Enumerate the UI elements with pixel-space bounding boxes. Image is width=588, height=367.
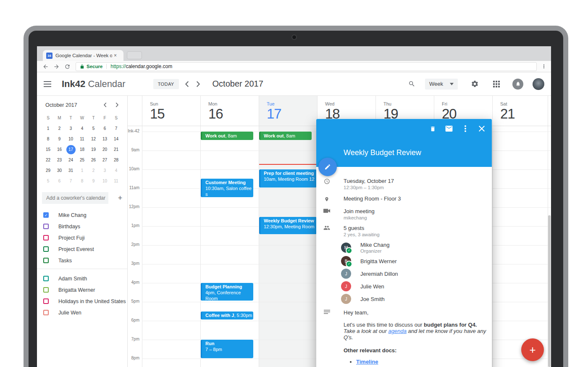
- calendar-event[interactable]: Customer Meeting10:30am, Salon coffee s: [201, 179, 253, 197]
- mini-cal-day[interactable]: 13: [99, 134, 110, 144]
- doc-link[interactable]: Timeline: [356, 359, 378, 365]
- mini-cal-day[interactable]: 31: [65, 165, 76, 176]
- mini-cal-day[interactable]: 1: [76, 165, 88, 176]
- more-options-kebab-icon[interactable]: [461, 124, 470, 133]
- calendar-checkbox[interactable]: [43, 224, 49, 229]
- edit-pencil-button[interactable]: [318, 158, 337, 176]
- calendar-checkbox[interactable]: [43, 298, 49, 304]
- calendar-list-item[interactable]: Birthdays: [37, 221, 127, 232]
- calendar-list-item[interactable]: Holidays in the United States: [37, 296, 127, 307]
- calendar-event[interactable]: Work out, 8am: [201, 132, 253, 140]
- mini-cal-day[interactable]: 22: [42, 155, 54, 165]
- mini-cal-day[interactable]: 4: [76, 123, 88, 134]
- mini-cal-day[interactable]: 3: [99, 165, 110, 176]
- mini-cal-day[interactable]: 5: [88, 123, 99, 134]
- mini-cal-day[interactable]: 11: [76, 134, 88, 144]
- calendar-event[interactable]: Weekly Budget Review12:30pm, Meeting Roo…: [259, 217, 317, 234]
- create-event-fab[interactable]: +: [521, 338, 544, 361]
- browser-tab[interactable]: 16 Google Calendar - Week of Oc ×: [43, 50, 123, 61]
- mini-cal-day[interactable]: 25: [76, 155, 88, 165]
- mini-cal-day[interactable]: 4: [110, 165, 122, 176]
- calendar-event[interactable]: Prep for client meeting10am, Meeting Roo…: [259, 169, 317, 187]
- mini-cal-day[interactable]: 7: [110, 123, 122, 134]
- mini-cal-selected-day[interactable]: 17: [66, 145, 76, 154]
- calendar-list-item[interactable]: Brigatta Werner: [37, 284, 127, 296]
- main-menu-icon[interactable]: [42, 79, 52, 89]
- calendar-list-item[interactable]: Julie Wen: [37, 307, 127, 318]
- mini-cal-day[interactable]: 9: [54, 134, 65, 144]
- mini-cal-day[interactable]: 15: [42, 144, 54, 155]
- reload-icon[interactable]: [63, 62, 71, 71]
- browser-menu-icon[interactable]: [541, 63, 547, 69]
- calendar-checkbox[interactable]: [43, 258, 49, 263]
- calendar-checkbox[interactable]: [43, 235, 49, 240]
- new-tab-button[interactable]: [127, 51, 142, 59]
- mini-cal-day[interactable]: 11: [110, 176, 122, 186]
- calendar-list-item[interactable]: ✓Mike Chang: [37, 209, 127, 221]
- close-icon[interactable]: [478, 124, 486, 133]
- calendar-checkbox[interactable]: [43, 310, 49, 315]
- email-guests-icon[interactable]: [445, 124, 453, 133]
- agenda-link[interactable]: agenda: [388, 328, 406, 334]
- mini-cal-day[interactable]: 19: [88, 144, 99, 155]
- day-header-sat[interactable]: Sat21: [493, 96, 548, 126]
- search-icon[interactable]: [407, 79, 417, 89]
- mini-cal-day[interactable]: 28: [110, 155, 122, 165]
- day-header-mon[interactable]: Mon16: [201, 96, 259, 126]
- calendar-list-item[interactable]: Project Fuji: [37, 232, 127, 243]
- mini-cal-day[interactable]: 21: [110, 144, 122, 155]
- calendar-checkbox[interactable]: [43, 287, 49, 293]
- mini-cal-prev-icon[interactable]: [101, 100, 109, 109]
- mini-cal-day[interactable]: 2: [88, 165, 99, 176]
- mini-cal-day[interactable]: 10: [65, 134, 76, 144]
- mini-cal-day[interactable]: 10: [99, 176, 110, 186]
- calendar-list-item[interactable]: Tasks: [37, 255, 127, 266]
- mini-cal-day[interactable]: 27: [99, 155, 110, 165]
- mini-cal-day[interactable]: 9: [88, 176, 99, 186]
- mini-cal-day[interactable]: 2: [54, 123, 65, 134]
- notifications-bell-icon[interactable]: [512, 79, 523, 90]
- mini-cal-day[interactable]: 17: [65, 144, 76, 155]
- mini-cal-day[interactable]: 8: [76, 176, 88, 186]
- mini-cal-day[interactable]: 16: [54, 144, 65, 155]
- mini-cal-day[interactable]: 23: [54, 155, 65, 165]
- calendar-list-item[interactable]: Adam Smith: [37, 273, 127, 284]
- calendar-checkbox[interactable]: [43, 276, 49, 281]
- calendar-list-item[interactable]: Project Everest: [37, 243, 127, 255]
- calendar-event[interactable]: Budget Planning4pm, Conference Room: [201, 283, 253, 301]
- apps-grid-icon[interactable]: [491, 79, 501, 89]
- user-avatar[interactable]: [533, 78, 544, 90]
- mini-cal-day[interactable]: 6: [54, 176, 65, 186]
- calendar-event[interactable]: Run7 – 8pm: [201, 340, 253, 358]
- mini-cal-day[interactable]: 26: [88, 155, 99, 165]
- day-header-tue[interactable]: Tue17: [259, 96, 317, 126]
- mini-cal-day[interactable]: 12: [88, 134, 99, 144]
- calendar-event[interactable]: Work out, 8am: [259, 132, 312, 140]
- add-calendar-plus-icon[interactable]: +: [114, 192, 126, 204]
- mini-cal-day[interactable]: 24: [65, 155, 76, 165]
- calendar-event[interactable]: Coffee with J, 5:30pm: [201, 312, 253, 319]
- mini-cal-day[interactable]: 14: [110, 134, 122, 144]
- mini-cal-day[interactable]: 6: [99, 123, 110, 134]
- delete-trash-icon[interactable]: [428, 124, 437, 133]
- mini-cal-day[interactable]: 18: [76, 144, 88, 155]
- today-button[interactable]: TODAY: [153, 79, 179, 89]
- prev-week-icon[interactable]: [182, 79, 192, 89]
- mini-cal-day[interactable]: 30: [54, 165, 65, 176]
- forward-icon[interactable]: [52, 62, 60, 71]
- settings-gear-icon[interactable]: [470, 79, 480, 89]
- mini-cal-day[interactable]: 5: [42, 176, 54, 186]
- mini-cal-day[interactable]: 3: [65, 123, 76, 134]
- next-week-icon[interactable]: [193, 79, 203, 89]
- mini-cal-day[interactable]: 29: [42, 165, 54, 176]
- address-bar[interactable]: Secure https://calendar.google.com: [76, 62, 537, 71]
- tab-close-icon[interactable]: ×: [114, 53, 117, 58]
- calendar-checkbox[interactable]: ✓: [43, 212, 49, 218]
- day-header-sun[interactable]: Sun15: [142, 96, 200, 126]
- mini-cal-day[interactable]: 7: [65, 176, 76, 186]
- calendar-checkbox[interactable]: [43, 246, 49, 252]
- mini-cal-next-icon[interactable]: [113, 100, 121, 109]
- mini-cal-day[interactable]: 1: [42, 123, 54, 134]
- scrollbar-thumb[interactable]: [548, 215, 551, 367]
- mini-cal-day[interactable]: 20: [99, 144, 110, 155]
